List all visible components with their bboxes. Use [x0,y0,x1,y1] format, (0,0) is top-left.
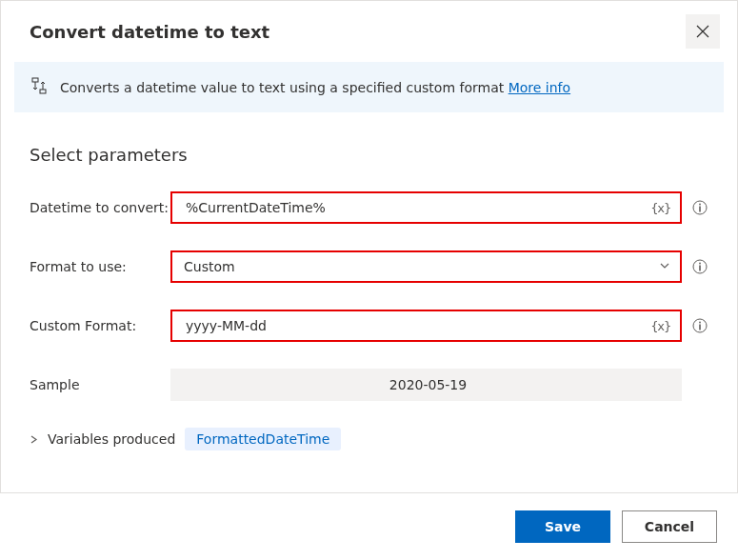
row-format: Format to use: Custom [30,250,708,283]
svg-rect-6 [699,207,701,212]
label-datetime: Datetime to convert: [30,200,170,215]
label-custom: Custom Format: [30,318,170,333]
dialog-body: Select parameters Datetime to convert: {… [1,112,737,458]
sample-display: 2020-05-19 [170,369,682,401]
label-sample: Sample [30,377,170,392]
svg-rect-2 [40,90,46,93]
variables-produced-label: Variables produced [48,431,175,447]
svg-rect-0 [32,78,38,82]
svg-rect-12 [699,325,701,330]
save-button[interactable]: Save [515,510,610,543]
variable-picker-icon[interactable]: {x} [649,319,672,333]
svg-point-11 [699,322,701,324]
dialog-header: Convert datetime to text [1,1,737,62]
info-bar: Converts a datetime value to text using … [14,62,724,112]
input-datetime[interactable] [184,199,649,216]
help-icon[interactable] [691,258,708,275]
svg-point-8 [699,263,701,265]
variables-produced-row: Variables produced FormattedDateTime [30,428,708,450]
row-datetime: Datetime to convert: {x} [30,191,708,224]
close-button[interactable] [686,14,720,49]
row-sample: Sample 2020-05-19 [30,369,708,401]
select-format-value: Custom [184,259,657,274]
select-format[interactable]: Custom [170,250,682,283]
action-icon [31,77,47,97]
help-icon[interactable] [691,317,708,334]
info-text: Converts a datetime value to text using … [60,80,570,95]
svg-point-5 [699,204,701,206]
dialog-title: Convert datetime to text [30,22,269,42]
variable-chip[interactable]: FormattedDateTime [185,428,341,450]
more-info-link[interactable]: More info [509,80,570,95]
input-custom-wrap: {x} [170,310,682,342]
close-icon [696,25,709,38]
expand-caret-icon[interactable] [30,431,38,447]
dialog-footer: Save Cancel [0,492,738,560]
variable-picker-icon[interactable]: {x} [649,201,672,215]
help-icon[interactable] [691,199,708,216]
row-custom: Custom Format: {x} [30,310,708,342]
section-title: Select parameters [30,145,708,165]
sample-value: 2020-05-19 [389,377,467,392]
chevron-down-icon [657,259,672,274]
label-format: Format to use: [30,259,170,274]
svg-rect-9 [699,266,701,271]
cancel-button[interactable]: Cancel [622,510,717,543]
input-datetime-wrap: {x} [170,191,682,224]
input-custom[interactable] [184,317,649,334]
